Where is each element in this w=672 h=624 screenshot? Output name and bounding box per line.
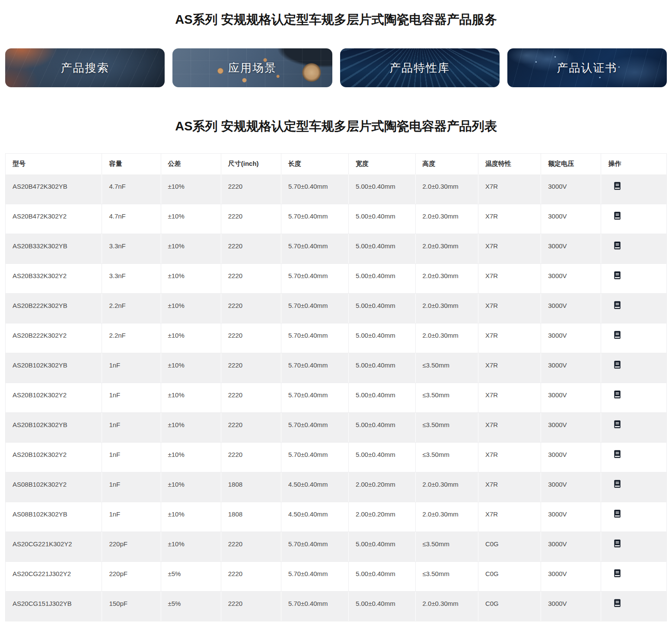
action-cell (601, 592, 667, 621)
width-cell: 5.00±0.40mm (349, 413, 416, 443)
action-cell (601, 502, 667, 532)
view-detail-button[interactable] (612, 390, 622, 399)
banner-nav: 产品搜索 应用场景 产品特性库 产品认证书 (5, 48, 667, 87)
height-cell: 2.0±0.30mm (415, 592, 478, 621)
view-detail-button[interactable] (612, 568, 622, 578)
height-cell: ≤3.50mm (415, 383, 478, 413)
model-cell: AS08B102K302Y2 (6, 472, 102, 502)
action-cell (601, 353, 667, 383)
view-detail-button[interactable] (612, 211, 622, 221)
view-detail-button[interactable] (612, 330, 622, 340)
size-inch-cell: 1808 (221, 472, 281, 502)
size-inch-cell: 1808 (221, 502, 281, 532)
view-detail-button[interactable] (612, 479, 622, 489)
size-inch-cell: 2220 (221, 413, 281, 443)
view-detail-button[interactable] (612, 241, 622, 250)
temperature-characteristic-cell: X7R (478, 472, 541, 502)
tolerance-cell: ±5% (161, 562, 221, 592)
rated-voltage-cell: 3000V (541, 562, 601, 592)
model-cell: AS20CG221K302Y2 (6, 532, 102, 562)
length-cell: 5.70±0.40mm (281, 204, 348, 234)
tolerance-cell: ±10% (161, 532, 221, 562)
table-row: AS20CG221K302Y2220pF±10%22205.70±0.40mm5… (6, 532, 667, 562)
height-cell: 2.0±0.30mm (415, 174, 478, 204)
width-cell: 5.00±0.40mm (349, 264, 416, 294)
column-header-length: 长度 (281, 154, 348, 174)
width-cell: 5.00±0.40mm (349, 592, 416, 621)
height-cell: ≤3.50mm (415, 413, 478, 443)
book-icon (612, 270, 622, 280)
view-detail-button[interactable] (612, 538, 622, 548)
table-row: AS20B472K302YB4.7nF±10%22205.70±0.40mm5.… (6, 174, 667, 204)
capacity-cell: 1nF (102, 353, 161, 383)
banner-application-scenarios[interactable]: 应用场景 (172, 48, 332, 87)
tolerance-cell: ±10% (161, 413, 221, 443)
column-header-model: 型号 (6, 154, 102, 174)
temperature-characteristic-cell: X7R (478, 174, 541, 204)
view-detail-button[interactable] (612, 419, 622, 429)
rated-voltage-cell: 3000V (541, 472, 601, 502)
action-cell (601, 234, 667, 264)
view-detail-button[interactable] (612, 360, 622, 370)
banner-product-certificates[interactable]: 产品认证书 (507, 48, 667, 87)
temperature-characteristic-cell: X7R (478, 323, 541, 353)
book-icon (612, 509, 622, 519)
banner-product-search[interactable]: 产品搜索 (5, 48, 165, 87)
length-cell: 5.70±0.40mm (281, 323, 348, 353)
length-cell: 5.70±0.40mm (281, 174, 348, 204)
rated-voltage-cell: 3000V (541, 502, 601, 532)
book-icon (612, 330, 622, 340)
capacity-cell: 1nF (102, 413, 161, 443)
size-inch-cell: 2220 (221, 174, 281, 204)
view-detail-button[interactable] (612, 300, 622, 310)
view-detail-button[interactable] (612, 270, 622, 280)
book-icon (612, 598, 622, 608)
height-cell: 2.0±0.30mm (415, 204, 478, 234)
view-detail-button[interactable] (612, 181, 622, 191)
length-cell: 5.70±0.40mm (281, 532, 348, 562)
column-header-height: 高度 (415, 154, 478, 174)
rated-voltage-cell: 3000V (541, 413, 601, 443)
width-cell: 2.00±0.20mm (349, 472, 416, 502)
width-cell: 5.00±0.40mm (349, 294, 416, 323)
width-cell: 5.00±0.40mm (349, 204, 416, 234)
banner-product-feature-library[interactable]: 产品特性库 (340, 48, 500, 87)
view-detail-button[interactable] (612, 598, 622, 608)
action-cell (601, 472, 667, 502)
capacity-cell: 150pF (102, 592, 161, 621)
table-header-row: 型号 容量 公差 尺寸(inch) 长度 宽度 高度 温度特性 额定电压 操作 (6, 154, 667, 174)
product-list-title: AS系列 安规规格认定型车规多层片式陶瓷电容器产品列表 (0, 118, 672, 134)
column-header-rated-voltage: 额定电压 (541, 154, 601, 174)
height-cell: 2.0±0.30mm (415, 264, 478, 294)
view-detail-button[interactable] (612, 449, 622, 459)
view-detail-button[interactable] (612, 509, 622, 519)
product-table: 型号 容量 公差 尺寸(inch) 长度 宽度 高度 温度特性 额定电压 操作 … (5, 153, 667, 621)
table-row: AS20B102K302YB1nF±10%22205.70±0.40mm5.00… (6, 413, 667, 443)
temperature-characteristic-cell: X7R (478, 413, 541, 443)
banner-product-search-label: 产品搜索 (61, 60, 109, 76)
book-icon (612, 300, 622, 310)
length-cell: 5.70±0.40mm (281, 294, 348, 323)
model-cell: AS20B102K302YB (6, 413, 102, 443)
rated-voltage-cell: 3000V (541, 532, 601, 562)
tolerance-cell: ±10% (161, 353, 221, 383)
tolerance-cell: ±10% (161, 472, 221, 502)
size-inch-cell: 2220 (221, 294, 281, 323)
action-cell (601, 443, 667, 472)
column-header-capacity: 容量 (102, 154, 161, 174)
temperature-characteristic-cell: X7R (478, 502, 541, 532)
action-cell (601, 532, 667, 562)
rated-voltage-cell: 3000V (541, 204, 601, 234)
temperature-characteristic-cell: X7R (478, 443, 541, 472)
page-title: AS系列 安规规格认定型车规多层片式陶瓷电容器产品服务 (0, 12, 672, 27)
book-icon (612, 241, 622, 250)
size-inch-cell: 2220 (221, 443, 281, 472)
rated-voltage-cell: 3000V (541, 443, 601, 472)
book-icon (612, 390, 622, 399)
capacity-cell: 3.3nF (102, 234, 161, 264)
rated-voltage-cell: 3000V (541, 264, 601, 294)
capacity-cell: 1nF (102, 443, 161, 472)
book-icon (612, 360, 622, 370)
action-cell (601, 294, 667, 323)
size-inch-cell: 2220 (221, 204, 281, 234)
